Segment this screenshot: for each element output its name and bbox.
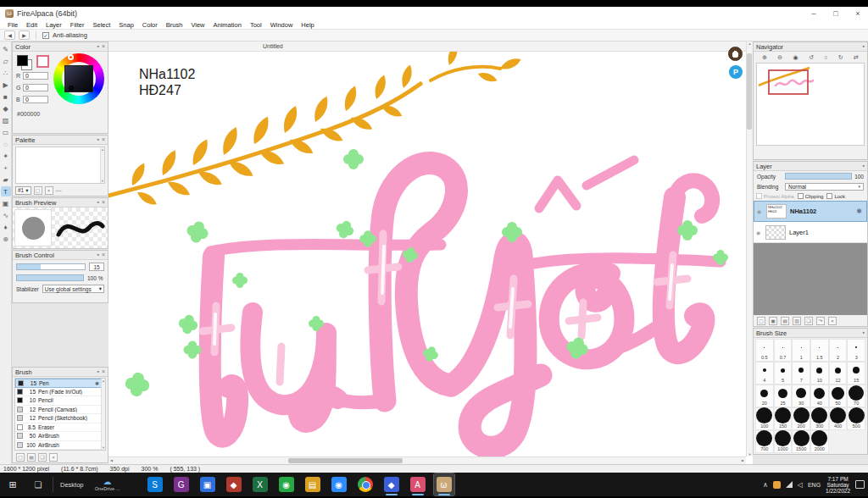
pin-icon[interactable]: ▪	[97, 368, 98, 375]
antialiasing-checkbox[interactable]: ✓	[42, 32, 49, 39]
text-tool[interactable]: T	[1, 186, 11, 196]
close-icon[interactable]: ×	[102, 136, 105, 143]
zoom-out-icon[interactable]: ⊖	[777, 54, 782, 61]
eraser-tool[interactable]: ▱	[1, 56, 11, 66]
brush-size-option[interactable]: 0.5	[755, 339, 774, 362]
layer-menu-button[interactable]: ▥	[793, 317, 801, 325]
add-layer-button[interactable]: ▢	[757, 317, 765, 325]
scroll-down-icon[interactable]: ▼	[748, 452, 752, 456]
taskbar-app-photos[interactable]: ▣	[198, 473, 218, 495]
curve-tool[interactable]: ∿	[1, 210, 11, 220]
vertical-scroll-thumb[interactable]	[747, 53, 752, 130]
desktop-toolbar-label[interactable]: Desktop	[55, 481, 89, 489]
pin-icon[interactable]: ▪	[97, 136, 98, 143]
taskbar-clock[interactable]: 7:17 PM Saturday 1/22/2022	[826, 476, 850, 494]
brush-size-option[interactable]: 0.7	[774, 339, 793, 362]
scroll-up-icon[interactable]: ▲	[101, 147, 104, 152]
scroll-up-icon[interactable]: ▲	[102, 379, 105, 383]
close-button[interactable]: ×	[853, 9, 863, 18]
move-tool[interactable]: ▶	[1, 80, 11, 90]
flip-icon[interactable]: ⇄	[854, 54, 859, 61]
duplicate-brush-button[interactable]: ❏	[38, 453, 47, 462]
merge-layer-button[interactable]: ↷	[816, 317, 825, 325]
taskbar-app-app-blue[interactable]: ◆	[381, 473, 402, 495]
clipping-checkbox[interactable]: Clipping	[798, 193, 824, 199]
taskbar-app-firealpaca[interactable]: ω	[434, 473, 454, 495]
start-button[interactable]: ⊞	[0, 473, 25, 496]
layer-row[interactable]: ◉Layer1	[754, 222, 867, 243]
brush-size-option[interactable]: 700	[755, 430, 774, 453]
brush-size-option[interactable]: 300	[810, 407, 829, 430]
transparent-color-swatch[interactable]	[36, 55, 49, 68]
taskbar-app-app-g[interactable]: G	[171, 473, 192, 495]
menu-tool[interactable]: Tool	[246, 21, 266, 29]
menu-edit[interactable]: Edit	[22, 21, 42, 29]
task-view-button[interactable]: ❏	[25, 473, 51, 496]
brush-size-option[interactable]: 5	[774, 362, 793, 385]
network-icon[interactable]	[786, 481, 793, 488]
taskbar-app-file-explorer[interactable]: ▤	[303, 473, 323, 495]
volume-icon[interactable]: ◁	[798, 481, 803, 489]
brush-size-option[interactable]: 40	[810, 385, 829, 407]
scroll-up-icon[interactable]: ▲	[748, 42, 752, 46]
menu-snap[interactable]: Snap	[114, 21, 138, 29]
action-center-button[interactable]	[855, 480, 865, 489]
brush-size-option[interactable]: 1.5	[810, 339, 829, 362]
scroll-right-icon[interactable]: ▶	[742, 458, 744, 462]
opacity-slider[interactable]	[785, 173, 852, 180]
delete-palette-button[interactable]: ×	[45, 186, 53, 195]
magic-wand-tool[interactable]: ✦	[1, 151, 11, 161]
close-icon[interactable]: ×	[102, 252, 105, 258]
pin-icon[interactable]: ▪	[863, 329, 865, 336]
brush-folder-button[interactable]: ▤	[27, 453, 36, 462]
hidden-icons-button[interactable]: ∧	[763, 481, 768, 489]
close-icon[interactable]: ×	[102, 368, 105, 375]
pin-icon[interactable]: ▪	[863, 43, 865, 50]
select-tool[interactable]: ▭	[1, 127, 11, 137]
maximize-button[interactable]: □	[831, 9, 841, 18]
hand-tool[interactable]: ⊕	[1, 234, 11, 244]
brush-size-option[interactable]: 12	[829, 362, 848, 385]
close-icon[interactable]: ×	[102, 199, 105, 206]
scroll-left-icon[interactable]: ◀	[110, 458, 113, 462]
rotate-ccw-icon[interactable]: ↺	[809, 54, 814, 61]
brush-size-option[interactable]: 2000	[810, 430, 829, 453]
brush-list-item[interactable]: 100AirBrush	[15, 441, 105, 451]
add-8bit-layer-button[interactable]: ▣	[769, 317, 777, 325]
brush-size-option[interactable]: 25	[774, 385, 793, 407]
brush-size-option[interactable]: 15	[847, 362, 865, 385]
canvas-area[interactable]: Untitled .ora{fill:var(--orange);} .ora	[108, 42, 753, 464]
minimize-button[interactable]: –	[809, 9, 819, 18]
new-palette-button[interactable]: ▢	[34, 186, 42, 195]
eyedropper-tool[interactable]: ♦	[1, 222, 11, 232]
pin-icon[interactable]: ▪	[97, 43, 98, 50]
layer-row[interactable]: ◉NHa1102HĐ24NHa1102✱	[754, 201, 867, 222]
brush-list-item[interactable]: 50AirBrush	[15, 432, 105, 441]
brush-size-option[interactable]: 150	[774, 407, 793, 430]
reset-rotation-icon[interactable]: ○	[824, 54, 827, 60]
brush-size-option[interactable]: 1500	[792, 430, 810, 453]
scroll-down-icon[interactable]: ▼	[102, 445, 105, 450]
menu-help[interactable]: Help	[297, 21, 318, 29]
palette-list[interactable]: ▲ ▼	[15, 147, 105, 184]
brush-size-option[interactable]: 3	[847, 339, 865, 362]
undo-button[interactable]: ◀	[4, 30, 15, 40]
taskbar-app-skype[interactable]: S	[145, 473, 165, 495]
stabilizer-dropdown[interactable]: Use global settings ▾	[42, 285, 104, 293]
b-input[interactable]	[23, 96, 48, 103]
duplicate-layer-button[interactable]: ❏	[804, 317, 813, 325]
foreground-color-swatch[interactable]	[17, 55, 28, 66]
taskbar-app-excel[interactable]: X	[250, 473, 270, 495]
brush-list-item[interactable]: 10Pencil	[15, 396, 105, 406]
menu-color[interactable]: Color	[138, 21, 162, 29]
menu-brush[interactable]: Brush	[162, 21, 187, 29]
close-icon[interactable]: ×	[102, 43, 105, 50]
brush-size-option[interactable]: 50	[829, 385, 848, 407]
menu-animation[interactable]: Animation	[209, 21, 246, 29]
blending-dropdown[interactable]: Normal ▾	[785, 183, 864, 191]
menu-layer[interactable]: Layer	[42, 21, 66, 29]
gradient-tool[interactable]: ▨	[1, 115, 11, 125]
navigator-thumbnail[interactable]	[756, 63, 865, 146]
document-tab-title[interactable]: Untitled	[263, 43, 283, 49]
brush-size-option[interactable]: 20	[755, 385, 774, 407]
